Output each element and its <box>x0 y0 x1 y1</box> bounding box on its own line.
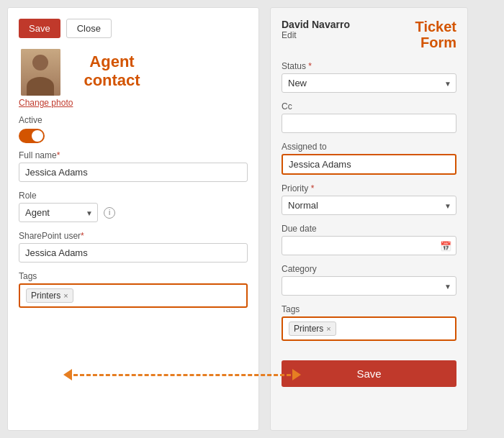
sharepoint-input[interactable] <box>19 243 248 263</box>
assigned-field: Assigned to Jessica Adams <box>282 142 456 175</box>
category-select[interactable] <box>282 276 456 296</box>
avatar <box>21 49 60 96</box>
full-name-label: Full name* <box>19 150 248 160</box>
right-tag-label: Printers <box>294 324 323 334</box>
status-select-wrap: New ▼ <box>282 73 456 93</box>
ticket-header: David Navarro Edit TicketForm <box>282 19 456 50</box>
left-tag-printers: Printers × <box>26 288 73 303</box>
role-select-wrap: Agent ▼ <box>19 203 98 222</box>
right-tag-remove[interactable]: × <box>326 324 330 333</box>
cc-label: Cc <box>282 101 456 111</box>
right-tag-printers: Printers × <box>289 321 336 336</box>
category-field: Category ▼ <box>282 264 456 296</box>
main-container: Save Close Change photo Agentcontact Act… <box>0 0 504 438</box>
agent-contact-title: Agentcontact <box>84 53 140 91</box>
active-label: Active <box>19 115 42 125</box>
left-panel: Save Close Change photo Agentcontact Act… <box>0 0 266 438</box>
status-label: Status * <box>282 61 456 71</box>
due-date-label: Due date <box>282 224 456 234</box>
sharepoint-label: SharePoint user* <box>19 231 248 241</box>
cc-input[interactable] <box>282 114 456 133</box>
info-icon[interactable]: i <box>104 207 115 219</box>
sharepoint-field: SharePoint user* <box>19 231 248 263</box>
due-date-input[interactable] <box>282 236 456 255</box>
priority-select[interactable]: Normal <box>282 196 456 215</box>
category-label: Category <box>282 264 456 274</box>
left-tags-label: Tags <box>19 271 248 281</box>
right-tags-box[interactable]: Printers × <box>282 316 456 341</box>
active-row: Active <box>19 115 248 125</box>
ticket-person-name: David Navarro <box>282 19 350 30</box>
right-tags-label: Tags <box>282 304 456 314</box>
btn-bar: Save Close <box>19 19 248 38</box>
role-label: Role <box>19 191 248 201</box>
ticket-form-title: TicketForm <box>415 19 456 50</box>
priority-label: Priority * <box>282 183 456 193</box>
status-field: Status * New ▼ <box>282 61 456 93</box>
status-select[interactable]: New <box>282 73 456 93</box>
role-row: Agent ▼ i <box>19 203 248 222</box>
priority-select-wrap: Normal ▼ <box>282 196 456 215</box>
left-tags-box[interactable]: Printers × <box>19 283 248 308</box>
ticket-edit-label: Edit <box>282 30 350 40</box>
priority-field: Priority * Normal ▼ <box>282 183 456 215</box>
role-field: Role Agent ▼ i <box>19 191 248 222</box>
role-select[interactable]: Agent <box>19 203 98 222</box>
change-photo-link[interactable]: Change photo <box>19 98 73 108</box>
active-toggle[interactable] <box>19 129 45 143</box>
due-date-field: Due date 📅 <box>282 224 456 255</box>
full-name-input[interactable] <box>19 163 248 182</box>
full-name-field: Full name* <box>19 150 248 182</box>
assigned-box[interactable]: Jessica Adams <box>282 154 456 175</box>
assigned-label: Assigned to <box>282 142 456 152</box>
left-card: Save Close Change photo Agentcontact Act… <box>7 7 259 431</box>
right-tags-field: Tags Printers × <box>282 304 456 341</box>
right-card: David Navarro Edit TicketForm Status * N… <box>270 7 468 431</box>
due-date-wrap: 📅 <box>282 236 456 255</box>
left-tag-remove[interactable]: × <box>63 291 68 300</box>
cc-field: Cc <box>282 101 456 133</box>
right-panel: David Navarro Edit TicketForm Status * N… <box>266 0 475 438</box>
left-tag-label: Printers <box>31 291 60 301</box>
ticket-save-button[interactable]: Save <box>282 360 456 387</box>
ticket-person-info: David Navarro Edit <box>282 19 350 40</box>
close-button[interactable]: Close <box>66 19 112 38</box>
left-tags-field: Tags Printers × <box>19 271 248 308</box>
category-select-wrap: ▼ <box>282 276 456 296</box>
save-button[interactable]: Save <box>19 19 60 38</box>
